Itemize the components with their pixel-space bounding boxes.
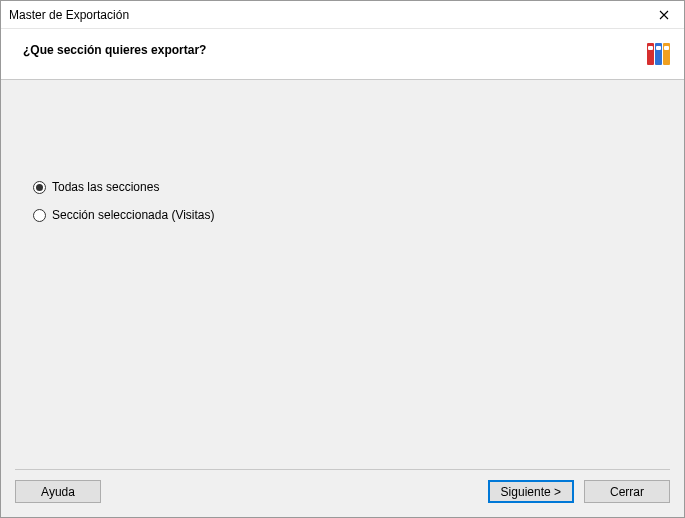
binders-icon <box>647 43 670 65</box>
content-area: Todas las secciones Sección seleccionada… <box>1 79 684 517</box>
close-icon[interactable] <box>644 1 684 29</box>
next-button[interactable]: Siguiente > <box>488 480 574 503</box>
footer: Ayuda Siguiente > Cerrar <box>1 470 684 517</box>
titlebar: Master de Exportación <box>1 1 684 29</box>
window-title: Master de Exportación <box>9 8 129 22</box>
radio-selected-section[interactable]: Sección seleccionada (Visitas) <box>33 208 684 222</box>
radio-label: Todas las secciones <box>52 180 159 194</box>
radio-icon <box>33 181 46 194</box>
close-button[interactable]: Cerrar <box>584 480 670 503</box>
radio-all-sections[interactable]: Todas las secciones <box>33 180 684 194</box>
wizard-header: ¿Que sección quieres exportar? <box>1 29 684 79</box>
wizard-question: ¿Que sección quieres exportar? <box>23 43 206 57</box>
radio-label: Sección seleccionada (Visitas) <box>52 208 215 222</box>
help-button[interactable]: Ayuda <box>15 480 101 503</box>
radio-icon <box>33 209 46 222</box>
